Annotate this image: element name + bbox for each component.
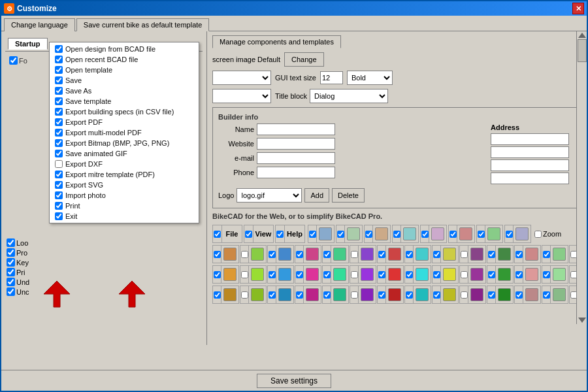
toolbar-row-checkbox[interactable] (406, 251, 413, 258)
dropdown-item-checkbox[interactable] (55, 66, 63, 74)
dropdown-item-checkbox[interactable] (55, 108, 63, 116)
dropdown-item-checkbox[interactable] (55, 202, 63, 210)
dropdown-item[interactable]: Export mitre template (PDF) (50, 169, 199, 180)
zoom-checkbox[interactable] (534, 231, 542, 238)
toolbar-row-checkbox[interactable] (351, 291, 358, 299)
toolbar-icon-checkbox[interactable] (337, 231, 344, 238)
view-checkbox[interactable] (245, 231, 252, 238)
toolbar-row-group[interactable] (542, 286, 568, 304)
toolbar-row-group[interactable] (350, 286, 376, 304)
tab-save-default[interactable]: Save current bike as default template (76, 18, 210, 31)
toolbar-row-group[interactable] (240, 265, 267, 284)
toolbar-icon-checkbox[interactable] (365, 231, 372, 238)
toolbar-icon-checkbox[interactable] (506, 231, 513, 238)
toolbar-icon-group[interactable] (448, 225, 475, 243)
dropdown-item-checkbox[interactable] (55, 118, 63, 126)
dropdown-item-checkbox[interactable] (55, 171, 63, 178)
toolbar-row-checkbox[interactable] (378, 271, 385, 278)
toolbar-row-checkbox[interactable] (515, 271, 523, 278)
checkbox-key[interactable] (7, 258, 15, 267)
toolbar-row-group[interactable] (542, 265, 568, 284)
toolbar-row-checkbox[interactable] (241, 291, 248, 299)
toolbar-row-checkbox[interactable] (515, 251, 523, 258)
dropdown-item[interactable]: Export PDF (50, 117, 199, 127)
toolbar-row-group[interactable] (350, 265, 376, 284)
dropdown-item[interactable]: Export SVG (50, 180, 199, 190)
toolbar-icon-group[interactable] (504, 225, 531, 243)
dropdown-item-checkbox[interactable] (55, 139, 63, 147)
help-checkbox[interactable] (276, 231, 284, 238)
toolbar-icon-checkbox[interactable] (449, 231, 457, 238)
toolbar-row-checkbox[interactable] (543, 271, 550, 278)
toolbar-row-group[interactable] (459, 245, 486, 263)
toolbar-row-checkbox[interactable] (296, 291, 303, 299)
toolbar-row-group[interactable] (267, 286, 294, 304)
dropdown-item[interactable]: Export Bitmap (BMP, JPG, PNG) (50, 138, 199, 148)
toolbar-row-group[interactable] (459, 286, 486, 304)
checkbox-pri[interactable] (7, 268, 15, 276)
toolbar-row-checkbox[interactable] (296, 251, 303, 258)
bold-select[interactable]: Bold (347, 71, 393, 85)
toolbar-icon-checkbox[interactable] (309, 231, 316, 238)
email-input[interactable] (257, 152, 335, 164)
dropdown-item[interactable]: Export DXF (50, 159, 199, 169)
toolbar-row-checkbox[interactable] (543, 251, 550, 258)
toolbar-row-group[interactable] (295, 286, 321, 304)
dropdown-item[interactable]: Save template (50, 96, 199, 106)
toolbar-row-checkbox[interactable] (406, 291, 413, 299)
toolbar-row-group[interactable] (350, 245, 376, 263)
toolbar-row-group[interactable] (322, 286, 349, 304)
toolbar-row-checkbox[interactable] (351, 251, 358, 258)
tab-change-language[interactable]: Change language (4, 18, 75, 31)
toolbar-row-group[interactable] (459, 265, 486, 284)
toolbar-row-checkbox[interactable] (461, 271, 468, 278)
toolbar-row-group[interactable] (404, 265, 431, 284)
toolbar-row-group[interactable] (542, 245, 568, 263)
address-input-3[interactable] (491, 159, 569, 171)
dropdown-item[interactable]: Print (50, 201, 199, 211)
dropdown-item[interactable]: Save As (50, 86, 199, 96)
toolbar-row-checkbox[interactable] (433, 291, 440, 299)
toolbar-row-group[interactable] (514, 245, 541, 263)
toolbar-row-checkbox[interactable] (515, 291, 523, 299)
dropdown-item-checkbox[interactable] (55, 45, 63, 53)
toolbar-row-group[interactable] (267, 245, 294, 263)
toolbar-row-checkbox[interactable] (488, 251, 495, 258)
toolbar-row-checkbox[interactable] (378, 251, 385, 258)
toolbar-row-group[interactable] (404, 245, 431, 263)
change-button[interactable]: Change (284, 52, 324, 67)
name-input[interactable] (257, 123, 335, 135)
dropdown-item[interactable]: Exit (50, 211, 199, 221)
title-select-1[interactable] (212, 89, 271, 103)
toolbar-row-checkbox[interactable] (406, 271, 413, 278)
dropdown-item-checkbox[interactable] (55, 191, 63, 199)
tab-manage-components[interactable]: Manage components and templates (212, 35, 341, 48)
toolbar-icon-group[interactable] (336, 225, 363, 243)
toolbar-row-checkbox[interactable] (214, 291, 221, 299)
toolbar-row-checkbox[interactable] (323, 271, 331, 278)
dropdown-item-checkbox[interactable] (55, 181, 63, 189)
file-checkbox[interactable] (214, 231, 221, 238)
toolbar-row-group[interactable] (432, 245, 459, 263)
checkbox-loo[interactable] (7, 238, 15, 247)
toolbar-row-group[interactable] (514, 265, 541, 284)
dropdown-item-checkbox[interactable] (55, 97, 63, 105)
address-input-1[interactable] (491, 133, 569, 145)
toolbar-row-group[interactable] (432, 286, 459, 304)
toolbar-row-checkbox[interactable] (461, 291, 468, 299)
dropdown-item[interactable]: Export multi-model PDF (50, 127, 199, 138)
checkbox-for[interactable] (9, 56, 18, 65)
phone-input[interactable] (257, 167, 335, 178)
toolbar-icon-checkbox[interactable] (478, 231, 485, 238)
toolbar-row-group[interactable] (377, 245, 404, 263)
toolbar-row-checkbox[interactable] (323, 251, 331, 258)
toolbar-row-group[interactable] (514, 286, 541, 304)
toolbar-row-group[interactable] (212, 265, 239, 284)
toolbar-row-checkbox[interactable] (433, 251, 440, 258)
tab-startup[interactable]: Startup (8, 38, 48, 50)
toolbar-row-group[interactable] (212, 245, 239, 263)
toolbar-row-checkbox[interactable] (214, 251, 221, 258)
dropdown-item[interactable]: Save animated GIF (50, 148, 199, 159)
toolbar-row-checkbox[interactable] (378, 291, 385, 299)
website-input[interactable] (257, 138, 335, 150)
